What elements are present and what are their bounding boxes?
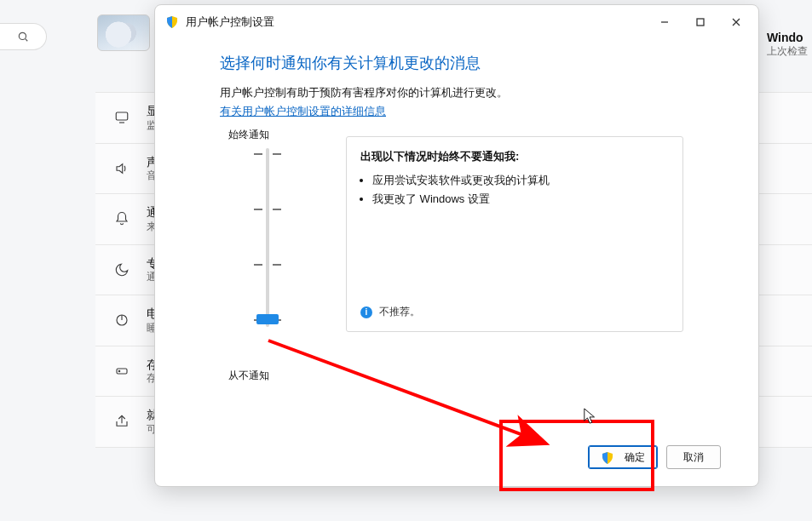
search-box[interactable] (0, 23, 47, 50)
cancel-button[interactable]: 取消 (666, 445, 721, 469)
uac-window: 用户帐户控制设置 选择何时通知你有关计算机更改的消息 用户帐户控制有助于预防有害… (154, 4, 759, 487)
note-text: 不推荐。 (379, 305, 420, 319)
cancel-label: 取消 (683, 450, 704, 465)
panel-list: 应用尝试安装软件或更改我的计算机 我更改了 Windows 设置 (372, 173, 669, 207)
search-icon (17, 31, 29, 43)
cursor-icon (583, 407, 598, 426)
shield-icon (601, 451, 613, 463)
panel-title: 出现以下情况时始终不要通知我: (360, 149, 669, 164)
svg-marker-4 (117, 164, 123, 174)
window-content: 选择何时通知你有关计算机更改的消息 用户帐户控制有助于预防有害程序对你的计算机进… (155, 39, 758, 383)
speaker-icon (112, 161, 131, 176)
button-bar: 确定 取消 (588, 445, 721, 469)
right-header: Windo 上次检查 (767, 31, 812, 59)
storage-icon (112, 364, 131, 379)
close-button[interactable] (719, 9, 753, 35)
power-icon (112, 312, 131, 328)
slider-tick (273, 153, 281, 155)
ok-button[interactable]: 确定 (588, 445, 658, 469)
share-icon (112, 414, 131, 429)
desktop-thumbnail (97, 14, 150, 51)
description-panel: 出现以下情况时始终不要通知我: 应用尝试安装软件或更改我的计算机 我更改了 Wi… (346, 136, 683, 332)
panel-item: 我更改了 Windows 设置 (372, 192, 669, 207)
svg-rect-2 (116, 112, 128, 120)
window-title: 用户帐户控制设置 (186, 14, 274, 30)
slider-tick (273, 264, 281, 266)
slider-bottom-label: 从不通知 (228, 369, 269, 383)
svg-point-8 (118, 370, 120, 372)
heading: 选择何时通知你有关计算机更改的消息 (220, 53, 721, 73)
ok-label: 确定 (625, 450, 645, 465)
slider-tick (273, 209, 281, 210)
svg-rect-10 (697, 19, 704, 26)
shield-icon (165, 15, 179, 29)
moon-icon (112, 262, 131, 278)
monitor-icon (112, 110, 131, 125)
slider-tick (254, 209, 262, 210)
slider-area: 始终通知 从不通知 出现以下情况时始终不要通知我: 应用尝试安装软件或更改我的计… (220, 128, 721, 383)
bell-icon (112, 211, 131, 226)
slider-thumb[interactable] (256, 314, 279, 324)
info-icon: i (360, 306, 372, 318)
description: 用户帐户控制有助于预防有害程序对你的计算机进行更改。 (220, 85, 721, 100)
maximize-button[interactable] (683, 9, 717, 35)
titlebar: 用户帐户控制设置 (155, 5, 758, 39)
minimize-button[interactable] (648, 9, 682, 35)
right-header-title: Windo (767, 31, 812, 44)
slider-tick (254, 153, 262, 155)
svg-point-0 (19, 32, 26, 39)
right-header-subtitle: 上次检查 (767, 44, 812, 59)
panel-note: i 不推荐。 (360, 305, 420, 319)
slider-track[interactable] (266, 148, 269, 327)
panel-item: 应用尝试安装软件或更改我的计算机 (372, 173, 669, 188)
svg-line-1 (26, 39, 28, 42)
slider-tick (254, 264, 262, 266)
slider-top-label: 始终通知 (228, 128, 269, 142)
details-link[interactable]: 有关用户帐户控制设置的详细信息 (220, 105, 386, 117)
